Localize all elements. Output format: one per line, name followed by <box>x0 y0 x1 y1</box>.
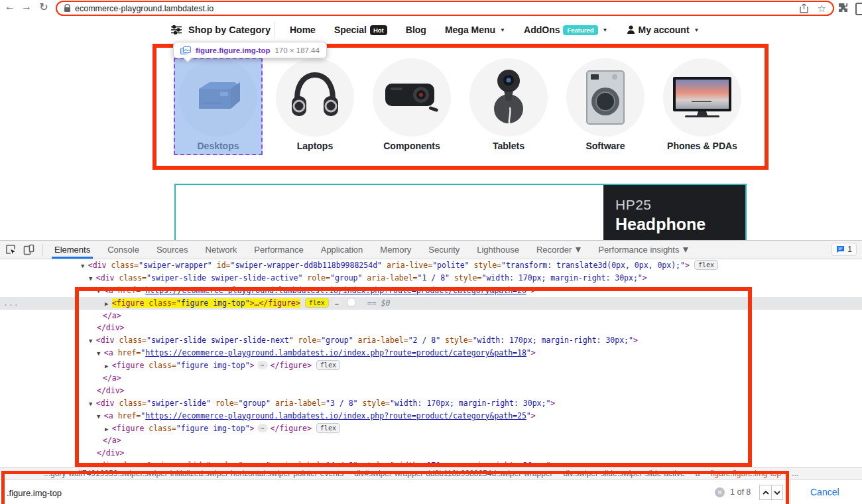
breadcrumb-item[interactable]: ... <box>792 469 798 478</box>
share-icon[interactable] <box>800 3 808 13</box>
nav-home[interactable]: Home <box>290 25 316 35</box>
category-tile-phones[interactable]: Phones & PDAs <box>654 58 751 153</box>
tab-recorder[interactable]: Recorder <box>528 241 589 259</box>
shop-by-category-label: Shop by Category <box>188 25 271 35</box>
dom-node-selected[interactable]: ...▶ <figure class="figure img-top">…</f… <box>0 297 862 310</box>
category-label: Laptops <box>267 141 363 151</box>
category-label: Tablets <box>460 141 557 151</box>
url-text: ecommerce-playground.lambdatest.io <box>75 4 214 13</box>
category-tile-desktops[interactable]: Desktops <box>170 58 267 153</box>
nav-blog[interactable]: Blog <box>406 25 426 35</box>
tab-security[interactable]: Security <box>420 241 468 259</box>
desktops-image <box>179 58 257 137</box>
issues-count: 1 <box>847 245 852 254</box>
dom-node-line[interactable]: ▼ <div class="swiper-slide swiper-slide-… <box>0 334 862 347</box>
tab-performance-insights[interactable]: Performance insights <box>589 241 697 259</box>
dom-node-line[interactable]: ▼ <a href="https://ecommerce-playground.… <box>0 284 862 297</box>
chevron-down-icon: ▼ <box>500 27 505 33</box>
devtools-panel: ElementsConsoleSourcesNetworkPerformance… <box>0 240 862 504</box>
forward-button-icon[interactable]: → <box>19 1 34 13</box>
category-tile-software[interactable]: Software <box>557 58 654 153</box>
dom-node-line[interactable]: ▼ <div class="swiper-slide swiper-slide-… <box>0 272 862 284</box>
tablets-image <box>469 58 548 137</box>
breadcrumb-item[interactable]: figure.figure.img-top <box>710 469 781 478</box>
chevron-down-icon: ▼ <box>603 27 608 33</box>
tab-sources[interactable]: Sources <box>148 241 197 259</box>
browser-chrome: ← → ↻ ecommerce-playground.lambdatest.io… <box>0 0 862 18</box>
next-match-button[interactable] <box>771 485 783 500</box>
tab-console[interactable]: Console <box>99 241 148 259</box>
findbar-divider <box>790 480 791 504</box>
dom-node-line[interactable]: </a> <box>0 310 862 322</box>
dom-node-line[interactable]: </a> <box>0 372 862 385</box>
issues-counter[interactable]: 1 <box>831 243 857 256</box>
dom-node-line[interactable]: </div> <box>0 322 862 334</box>
issues-chat-icon <box>836 245 845 253</box>
lock-icon <box>64 4 71 13</box>
tooltip-dimensions: 170 × 187.44 <box>275 46 319 54</box>
category-label: Software <box>557 141 654 151</box>
inspect-tooltip: figure.figure.img-top 170 × 187.44 <box>173 42 327 58</box>
devtools-tab-list: ElementsConsoleSourcesNetworkPerformance… <box>46 241 697 259</box>
category-tile-laptops[interactable]: Laptops <box>267 58 363 153</box>
breadcrumb-item[interactable]: div#swiper-wrapper-dd8b118b9988254d.swip… <box>354 469 552 478</box>
devtools-find-bar: ✕ 1 of 8 Cancel <box>0 479 862 504</box>
reload-button-icon[interactable]: ↻ <box>36 1 51 13</box>
banner-title: HP25 <box>615 197 745 213</box>
toolbar-divider <box>42 244 43 256</box>
profile-avatar[interactable] <box>855 3 862 15</box>
dom-node-line[interactable]: ▼ <div class="swiper-wrapper" id="swiper… <box>0 259 862 272</box>
breadcrumb-item[interactable]: ...gory-wall74919959.swiper.swiper-initi… <box>44 469 343 478</box>
dom-node-line[interactable]: </a> <box>0 434 862 447</box>
tab-application[interactable]: Application <box>312 241 372 259</box>
cancel-button[interactable]: Cancel <box>804 485 846 499</box>
extensions-puzzle-icon[interactable] <box>838 3 848 13</box>
laptops-image <box>276 58 354 137</box>
tab-performance[interactable]: Performance <box>245 241 312 259</box>
dom-node-line[interactable]: ▶ <figure class="figure img-top">⋯</figu… <box>0 422 862 435</box>
tab-network[interactable]: Network <box>197 241 246 259</box>
experiment-flask-icon <box>683 247 688 253</box>
category-carousel: Desktops Laptops Components Tablets <box>170 58 752 153</box>
dom-node-line[interactable]: </div> <box>0 447 862 460</box>
dom-node-line[interactable]: ▶ <figure class="figure img-top">⋯</figu… <box>0 359 862 372</box>
shop-by-category-button[interactable]: Shop by Category <box>171 17 271 42</box>
dom-node-line[interactable]: ▼ <a href="https://ecommerce-playground.… <box>0 410 862 422</box>
dom-node-line[interactable]: ▼ <a href="https://ecommerce-playground.… <box>0 347 862 359</box>
device-toolbar-icon[interactable] <box>23 244 34 255</box>
chevron-down-icon <box>774 491 780 495</box>
hot-badge: Hot <box>370 25 387 35</box>
banner-subtitle: Headphone <box>615 215 745 234</box>
nav-special[interactable]: SpecialHot <box>334 25 387 35</box>
back-button-icon[interactable]: ← <box>3 1 17 13</box>
user-icon <box>627 25 635 34</box>
dom-node-line[interactable]: </div> <box>0 385 862 397</box>
bookmark-star-icon[interactable]: ☆ <box>818 3 826 13</box>
tab-lighthouse[interactable]: Lighthouse <box>468 241 528 259</box>
elements-tree: ▼ <div class="swiper-wrapper" id="swiper… <box>0 259 862 472</box>
category-tile-components[interactable]: Components <box>363 58 460 153</box>
match-count: 1 of 8 <box>730 487 751 497</box>
tab-elements[interactable]: Elements <box>46 241 99 259</box>
tooltip-selector: figure.figure.img-top <box>196 46 270 54</box>
clear-search-icon[interactable]: ✕ <box>715 487 725 497</box>
nav-addons[interactable]: AddOnsFeatured▼ <box>524 25 608 35</box>
dom-node-line[interactable]: ▼ <div class="swiper-slide" role="group"… <box>0 397 862 410</box>
nav-divider <box>274 22 275 38</box>
previous-match-button[interactable] <box>759 485 771 500</box>
breadcrumb: ...gory-wall74919959.swiper.swiper-initi… <box>0 467 862 479</box>
address-bar[interactable]: ecommerce-playground.lambdatest.io ☆ <box>56 1 834 16</box>
phones-image <box>663 58 741 137</box>
category-tile-tablets[interactable]: Tablets <box>460 58 557 153</box>
category-label: Desktops <box>170 141 267 151</box>
inspect-element-icon[interactable] <box>5 244 17 255</box>
nav-mega-menu[interactable]: Mega Menu▼ <box>445 25 505 35</box>
experiment-flask-icon <box>576 247 581 253</box>
tab-memory[interactable]: Memory <box>371 241 420 259</box>
breadcrumb-item[interactable]: a <box>696 469 700 478</box>
find-input[interactable] <box>5 484 671 501</box>
category-label: Phones & PDAs <box>654 141 751 151</box>
nav-my-account[interactable]: My account▼ <box>627 25 700 35</box>
breadcrumb-item[interactable]: div.swiper-slide.swiper-slide-active <box>564 469 685 478</box>
promo-banner[interactable]: HP25 Headphone <box>174 184 747 242</box>
